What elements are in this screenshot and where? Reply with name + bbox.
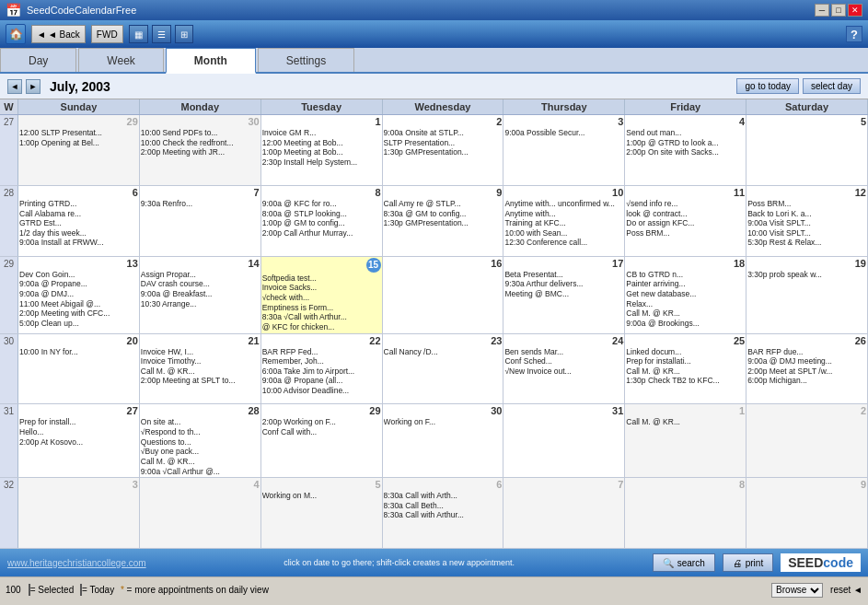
day-event[interactable]: Send out man... <box>626 128 745 138</box>
day-event[interactable]: Conf Call with... <box>262 427 381 437</box>
day-event[interactable]: 1:00p Meeting at Bob... <box>262 147 381 157</box>
day-cell-w1-d2[interactable]: 89:00a @ KFC for ro...8:00a @ STLP looki… <box>261 186 383 256</box>
day-event[interactable]: 9:30a Arthur delivers... <box>504 279 623 289</box>
day-event[interactable]: Call M. @ KR... <box>626 366 745 377</box>
day-cell-w4-d3[interactable]: 30Working on F... <box>383 404 504 477</box>
day-event[interactable]: Invoice Sacks... <box>262 283 381 293</box>
day-cell-w0-d6[interactable]: 5 <box>746 115 868 185</box>
day-event[interactable]: Call M. @ KR... <box>141 457 260 467</box>
maximize-button[interactable]: □ <box>831 4 846 17</box>
day-cell-w1-d4[interactable]: 10Anytime with... unconfirmed w...Anytim… <box>503 186 625 256</box>
day-event[interactable]: 10:30 Arrange... <box>141 299 260 309</box>
tab-week[interactable]: Week <box>78 48 163 72</box>
day-cell-w4-d2[interactable]: 292:00p Working on F...Conf Call with... <box>261 404 383 477</box>
day-cell-w0-d2[interactable]: 1Invoice GM R...12:00 Meeting at Bob...1… <box>261 115 383 185</box>
day-event[interactable]: 2:00p Call Arthur Murray... <box>262 228 381 239</box>
day-event[interactable]: Anytime with... unconfirmed w... <box>504 199 623 209</box>
tab-day[interactable]: Day <box>0 48 76 72</box>
day-event[interactable]: Printing GTRD... <box>19 199 138 209</box>
day-event[interactable]: 10:00 with Sean... <box>504 228 623 239</box>
day-cell-w1-d1[interactable]: 79:30a Renfro... <box>140 186 261 256</box>
day-cell-w5-d2[interactable]: 5Working on M... <box>261 478 383 548</box>
print-button[interactable]: 🖨 print <box>723 553 773 572</box>
day-cell-w2-d0[interactable]: 13Dev Con Goin...9:00a @ Propane...9:00a… <box>18 257 140 333</box>
view-icon-btn[interactable]: ▦ <box>129 25 148 43</box>
day-event[interactable]: 2:00p Working on F... <box>262 417 381 427</box>
day-cell-w2-d2[interactable]: 15Softpedia test...Invoice Sacks...√chec… <box>261 257 383 333</box>
day-event[interactable]: 1:30p Check TB2 to KFC... <box>626 376 745 386</box>
day-cell-w5-d6[interactable]: 9 <box>746 478 868 548</box>
day-event[interactable]: 2:00p At Kosovo... <box>19 437 138 448</box>
day-event[interactable]: Get new database... <box>626 289 745 299</box>
day-cell-w4-d6[interactable]: 2 <box>746 404 868 477</box>
day-event[interactable]: Relax... <box>626 299 745 309</box>
day-cell-w5-d1[interactable]: 4 <box>140 478 261 548</box>
select-day-button[interactable]: select day <box>803 78 861 94</box>
day-event[interactable]: GTRD Est... <box>19 218 138 228</box>
reset-label[interactable]: reset ◄ <box>830 585 862 595</box>
day-event[interactable]: Linked docum... <box>626 347 745 357</box>
day-event[interactable]: 9:00a Install at FRWW... <box>19 238 138 248</box>
day-event[interactable]: CB to GTRD n... <box>626 270 745 280</box>
day-event[interactable]: Invoice GM R... <box>262 128 381 138</box>
day-event[interactable]: Invoice Timothy... <box>141 356 260 366</box>
day-event[interactable]: Questions to... <box>141 437 260 448</box>
day-cell-w2-d1[interactable]: 14Assign Propar...DAV crash course...9:0… <box>140 257 261 333</box>
day-event[interactable]: Working on M... <box>262 491 381 501</box>
day-event[interactable]: 1:00p @ GTRD to look a... <box>626 138 745 148</box>
day-cell-w2-d6[interactable]: 193:30p prob speak w... <box>746 257 868 333</box>
day-event[interactable]: 1:30p GMPresentation... <box>384 218 503 228</box>
day-event[interactable]: 1:30p GMPresentation... <box>384 147 503 157</box>
day-event[interactable]: Back to Lori K. a... <box>747 209 866 219</box>
day-event[interactable]: √check with... <box>262 293 381 303</box>
day-cell-w2-d5[interactable]: 18CB to GTRD n...Painter arriving...Get … <box>625 257 746 333</box>
tab-month[interactable]: Month <box>166 48 256 74</box>
day-event[interactable]: √New Invoice out... <box>504 366 623 377</box>
day-cell-w5-d0[interactable]: 3 <box>18 478 140 548</box>
day-cell-w3-d1[interactable]: 21Invoice HW, I...Invoice Timothy...Call… <box>140 334 261 404</box>
day-event[interactable]: 8:30a @ GM to config... <box>384 209 503 219</box>
day-cell-w4-d1[interactable]: 28On site at...√Respond to th...Question… <box>140 404 261 477</box>
day-event[interactable]: Prep for installati... <box>626 356 745 366</box>
day-event[interactable]: 9:00a @ Breakfast... <box>141 289 260 299</box>
day-event[interactable]: 9:00a @ Propane... <box>19 279 138 289</box>
day-event[interactable]: 8:00a @ STLP looking... <box>262 209 381 219</box>
help-button[interactable]: ? <box>846 26 862 42</box>
day-event[interactable]: 5:00p Clean up... <box>19 319 138 329</box>
day-event[interactable]: 9:00a @ Propane (all... <box>262 376 381 386</box>
day-cell-w5-d4[interactable]: 7 <box>503 478 625 548</box>
close-button[interactable]: ✕ <box>848 4 862 17</box>
day-event[interactable]: 2:00p Meet at SPLT /w... <box>747 366 866 377</box>
day-cell-w0-d3[interactable]: 29:00a Onsite at STLP...SLTP Presentatio… <box>383 115 504 185</box>
day-event[interactable]: 11:00 Meet Abigail @... <box>19 299 138 309</box>
day-event[interactable]: 9:00a √Call Arthur @... <box>141 467 260 477</box>
next-month-button[interactable]: ► <box>26 79 41 94</box>
day-event[interactable]: 2:00p Meeting with JR... <box>141 147 260 157</box>
day-event[interactable]: 9:00a @ KFC for ro... <box>262 199 381 209</box>
day-event[interactable]: 8:30a Call Beth... <box>384 501 503 511</box>
day-event[interactable]: Call M. @ KR... <box>141 366 260 377</box>
day-cell-w5-d5[interactable]: 8 <box>625 478 746 548</box>
day-event[interactable]: DAV crash course... <box>141 279 260 289</box>
day-cell-w3-d2[interactable]: 22BAR RFP Fed...Remember, Joh...6:00a Ta… <box>261 334 383 404</box>
day-cell-w1-d5[interactable]: 11√send info re...look @ contract...Do o… <box>625 186 746 256</box>
day-event[interactable]: 1/2 day this week... <box>19 228 138 239</box>
day-event[interactable]: 10:00 Check the redfront... <box>141 138 260 148</box>
day-event[interactable]: 6:00p Michigan... <box>747 376 866 386</box>
day-cell-w1-d0[interactable]: 6Printing GTRD...Call Alabama re...GTRD … <box>18 186 140 256</box>
day-event[interactable]: 10:00 Advisor Deadline... <box>262 386 381 396</box>
day-event[interactable]: Call M. @ KR... <box>626 308 745 319</box>
day-event[interactable]: √Buy one pack... <box>141 447 260 457</box>
day-cell-w1-d6[interactable]: 12Poss BRM...Back to Lori K. a...9:00a V… <box>746 186 868 256</box>
go-to-today-button[interactable]: go to today <box>736 78 798 94</box>
day-cell-w3-d0[interactable]: 2010:00 In NY for... <box>18 334 140 404</box>
back-button[interactable]: ◄ ◄ Back <box>31 25 86 43</box>
day-event[interactable]: Working on F... <box>384 417 503 427</box>
view-week-btn[interactable]: ☰ <box>152 25 171 43</box>
day-event[interactable]: 8:30a √Call with Arthur... <box>262 312 381 322</box>
day-event[interactable]: √send info re... <box>626 199 745 209</box>
day-cell-w3-d6[interactable]: 26BAR RFP due...9:00a @ DMJ meeting...2:… <box>746 334 868 404</box>
day-event[interactable]: Meeting @ BMC... <box>504 289 623 299</box>
day-event[interactable]: 8:30a Call with Arthur... <box>384 510 503 520</box>
day-event[interactable]: Emptiness is Form... <box>262 303 381 313</box>
